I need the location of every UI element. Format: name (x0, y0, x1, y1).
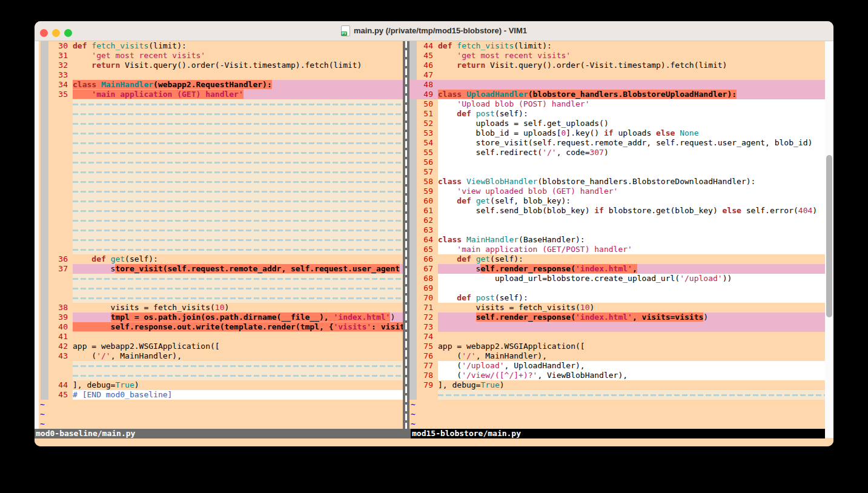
code-text[interactable]: app = webapp2.WSGIApplication([ (73, 342, 403, 351)
code-line[interactable]: 57 (409, 167, 825, 177)
diff-filler-line[interactable] (39, 245, 403, 254)
code-line[interactable]: 64class MainHandler(BaseHandler): (409, 235, 825, 245)
code-text[interactable]: class MainHandler(webapp2.RequestHandler… (73, 80, 403, 90)
code-line[interactable]: 55 self.redirect('/', code=307) (409, 148, 825, 157)
deleted-line-dashes[interactable] (438, 390, 825, 400)
code-line[interactable]: 60 def get(self, blob_key): (409, 196, 825, 206)
code-line[interactable]: 33 (39, 70, 403, 80)
diff-pane-right[interactable]: 44def fetch_visits(limit):45 'get most r… (409, 41, 825, 429)
window-titlebar[interactable]: PY main.py (/private/tmp/mod15-blobstore… (35, 21, 833, 41)
deleted-line-dashes[interactable] (73, 293, 403, 303)
code-line[interactable]: 38 visits = fetch_visits(10) (39, 303, 403, 313)
code-line[interactable]: 65 'main application (GET/POST) handler' (409, 245, 825, 254)
code-line[interactable]: 36 def get(self): (39, 254, 403, 264)
diff-filler-line[interactable] (39, 216, 403, 225)
code-text[interactable]: uploads = self.get_uploads() (438, 119, 825, 128)
code-line[interactable]: 70 def post(self): (409, 293, 825, 303)
code-line[interactable]: 58class ViewBlobHandler(blobstore_handle… (409, 177, 825, 187)
code-text[interactable]: def fetch_visits(limit): (73, 41, 403, 51)
diff-filler-line[interactable] (39, 148, 403, 157)
deleted-line-dashes[interactable] (73, 361, 403, 371)
code-text[interactable]: 'Upload blob (POST) handler' (438, 99, 825, 109)
code-text[interactable]: def get(self, blob_key): (438, 196, 825, 206)
code-line[interactable]: 75app = webapp2.WSGIApplication([ (409, 342, 825, 351)
deleted-line-dashes[interactable] (73, 109, 403, 119)
code-line[interactable]: 68 upload_url=blobstore.create_upload_ur… (409, 274, 825, 283)
code-text[interactable]: return Visit.query().order(-Visit.timest… (438, 61, 825, 70)
code-text[interactable] (73, 70, 403, 80)
deleted-line-dashes[interactable] (73, 196, 403, 206)
diff-filler-line[interactable] (39, 361, 403, 371)
deleted-line-dashes[interactable] (73, 99, 403, 109)
diff-pane-left[interactable]: 30def fetch_visits(limit):31 'get most r… (39, 41, 403, 429)
code-text[interactable] (438, 332, 825, 342)
right-scrollbar-track[interactable] (825, 41, 833, 438)
code-line[interactable]: 76 ('/', MainHandler), (409, 351, 825, 361)
code-text[interactable]: def get(self): (73, 254, 403, 264)
code-line[interactable]: 43 ('/', MainHandler), (39, 351, 403, 361)
diff-filler-line[interactable] (39, 196, 403, 206)
code-text[interactable] (73, 332, 403, 342)
statusline-active[interactable]: mod15-blobstore/main.py (411, 429, 825, 438)
code-text[interactable]: visits = fetch_visits(10) (73, 303, 403, 313)
right-scrollbar-thumb[interactable] (826, 155, 832, 317)
code-text[interactable] (438, 216, 825, 225)
diff-filler-line[interactable] (39, 167, 403, 177)
deleted-line-dashes[interactable] (73, 225, 403, 235)
diff-filler-line[interactable] (39, 283, 403, 293)
code-line[interactable]: 66 def get(self): (409, 254, 825, 264)
code-text[interactable]: ], debug=True) (438, 380, 825, 390)
code-text[interactable] (438, 157, 825, 167)
code-line[interactable]: 69 (409, 283, 825, 293)
code-text[interactable]: def post(self): (438, 109, 825, 119)
code-line[interactable]: 44], debug=True) (39, 380, 403, 390)
code-text[interactable]: store_visit(self.request.remote_addr, se… (438, 138, 825, 148)
code-line[interactable]: 48 (409, 80, 825, 90)
code-text[interactable]: ('/view/([^/]+)?', ViewBlobHandler), (438, 371, 825, 380)
code-line[interactable]: 32 return Visit.query().order(-Visit.tim… (39, 61, 403, 70)
code-text[interactable]: app = webapp2.WSGIApplication([ (438, 342, 825, 351)
code-line[interactable]: 79], debug=True) (409, 380, 825, 390)
code-line[interactable]: 77 ('/upload', UploadHandler), (409, 361, 825, 371)
code-line[interactable]: 37 store_visit(self.request.remote_addr,… (39, 264, 403, 274)
vertical-split-separator[interactable] (403, 41, 409, 429)
deleted-line-dashes[interactable] (73, 138, 403, 148)
code-text[interactable]: self.send_blob(blob_key) if blobstore.ge… (438, 206, 825, 216)
code-text[interactable] (438, 80, 825, 90)
code-line[interactable]: 56 (409, 157, 825, 167)
code-line[interactable]: 61 self.send_blob(blob_key) if blobstore… (409, 206, 825, 216)
deleted-line-dashes[interactable] (73, 283, 403, 293)
code-line[interactable]: 78 ('/view/([^/]+)?', ViewBlobHandler), (409, 371, 825, 380)
diff-filler-line[interactable] (39, 371, 403, 380)
deleted-line-dashes[interactable] (73, 187, 403, 196)
code-text[interactable]: class UploadHandler(blobstore_handlers.B… (438, 90, 825, 99)
code-line[interactable]: 45# [END mod0_baseline] (39, 390, 403, 400)
code-line[interactable]: 50 'Upload blob (POST) handler' (409, 99, 825, 109)
deleted-line-dashes[interactable] (73, 206, 403, 216)
code-text[interactable] (438, 70, 825, 80)
deleted-line-dashes[interactable] (73, 245, 403, 254)
statusline-inactive[interactable]: mod0-baseline/main.py (35, 429, 411, 438)
code-line[interactable]: 41 (39, 332, 403, 342)
diff-filler-line[interactable] (39, 206, 403, 216)
diff-filler-line[interactable] (39, 293, 403, 303)
code-line[interactable]: 44def fetch_visits(limit): (409, 41, 825, 51)
code-text[interactable] (438, 283, 825, 293)
code-line[interactable]: 46 return Visit.query().order(-Visit.tim… (409, 61, 825, 70)
code-line[interactable]: 39 tmpl = os.path.join(os.path.dirname(_… (39, 313, 403, 322)
code-line[interactable]: 73 (409, 322, 825, 332)
diff-filler-line[interactable] (39, 157, 403, 167)
code-text[interactable]: # [END mod0_baseline] (73, 390, 403, 400)
code-text[interactable] (438, 225, 825, 235)
code-text[interactable]: 'get most recent visits' (438, 51, 825, 61)
code-text[interactable]: blob_id = uploads[0].key() if uploads el… (438, 128, 825, 138)
deleted-line-dashes[interactable] (73, 235, 403, 245)
code-text[interactable]: ('/', MainHandler), (438, 351, 825, 361)
code-text[interactable]: 'main application (GET/POST) handler' (438, 245, 825, 254)
code-line[interactable]: 71 visits = fetch_visits(10) (409, 303, 825, 313)
code-text[interactable]: ('/', MainHandler), (73, 351, 403, 361)
deleted-line-dashes[interactable] (73, 148, 403, 157)
code-line[interactable]: 49class UploadHandler(blobstore_handlers… (409, 90, 825, 99)
deleted-line-dashes[interactable] (73, 371, 403, 380)
diff-filler-line[interactable] (39, 225, 403, 235)
